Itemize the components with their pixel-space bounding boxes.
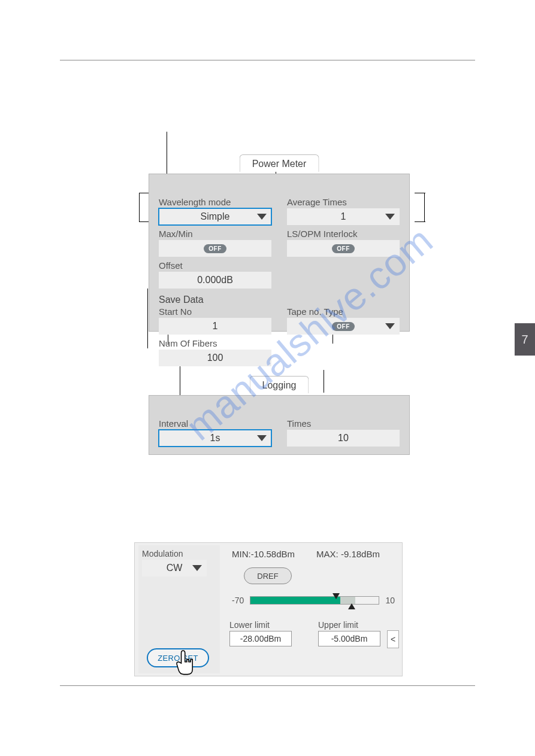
lower-limit-group: Lower limit -28.00dBm bbox=[229, 620, 292, 646]
num-fibers-value: 100 bbox=[207, 353, 223, 363]
gauge-bar bbox=[250, 596, 379, 605]
min-reading: MIN:-10.58dBm bbox=[232, 549, 295, 559]
logging-panel: Logging Interval 1s Times 10 bbox=[149, 395, 410, 455]
offset-value: 0.000dB bbox=[197, 275, 233, 286]
maxmin-label: Max/Min bbox=[159, 229, 271, 239]
max-reading: MAX: -9.18dBm bbox=[316, 549, 380, 559]
upper-limit-label: Upper limit bbox=[318, 620, 380, 630]
interlock-toggle[interactable]: OFF bbox=[287, 240, 400, 257]
instrument-panel: Modulation CW ZERO SET MIN:-10.58dBm MAX… bbox=[134, 542, 403, 676]
modulation-value: CW bbox=[167, 563, 183, 573]
lower-limit-field[interactable]: -28.00dBm bbox=[229, 631, 292, 646]
wavelength-mode-select[interactable]: Simple bbox=[159, 208, 271, 225]
page-rule-top bbox=[60, 60, 475, 60]
tape-type-label: Tape no. Type bbox=[287, 306, 400, 317]
gauge-min-label: -70 bbox=[232, 596, 244, 605]
instrument-main: MIN:-10.58dBm MAX: -9.18dBm DREF -70 10 … bbox=[226, 545, 398, 673]
instrument-sidebar: Modulation CW ZERO SET bbox=[138, 545, 220, 673]
power-gauge: -70 10 bbox=[232, 595, 395, 606]
save-data-title: Save Data bbox=[159, 294, 400, 305]
lower-limit-label: Lower limit bbox=[229, 620, 292, 630]
num-fibers-label: Num Of Fibers bbox=[159, 338, 271, 348]
lower-limit-value: -28.00dBm bbox=[240, 634, 281, 643]
page-rule-bottom bbox=[60, 685, 475, 686]
maxmin-toggle[interactable]: OFF bbox=[159, 240, 271, 257]
interval-label: Interval bbox=[159, 418, 271, 429]
upper-limit-value: -5.00dBm bbox=[331, 634, 368, 643]
chevron-down-icon bbox=[385, 323, 395, 329]
upper-limit-group: Upper limit -5.00dBm bbox=[318, 620, 380, 646]
average-times-label: Average Times bbox=[287, 197, 400, 207]
gauge-max-label: 10 bbox=[385, 596, 395, 605]
upper-limit-field[interactable]: -5.00dBm bbox=[318, 631, 380, 646]
tape-type-select[interactable]: OFF bbox=[287, 318, 400, 335]
callout-line bbox=[415, 221, 425, 222]
times-field[interactable]: 10 bbox=[287, 430, 400, 447]
dref-button[interactable]: DREF bbox=[244, 567, 292, 584]
gauge-marker-icon bbox=[333, 593, 340, 599]
start-no-label: Start No bbox=[159, 306, 271, 317]
off-badge: OFF bbox=[332, 322, 355, 331]
start-no-field[interactable]: 1 bbox=[159, 318, 271, 335]
start-no-value: 1 bbox=[213, 321, 218, 332]
tab-logging[interactable]: Logging bbox=[250, 376, 309, 393]
callout-line bbox=[139, 193, 140, 221]
interval-value: 1s bbox=[210, 433, 220, 444]
callout-line bbox=[424, 193, 425, 221]
times-value: 10 bbox=[338, 433, 349, 444]
chevron-down-icon bbox=[257, 435, 267, 441]
callout-line bbox=[324, 370, 324, 393]
power-meter-panel: Power Meter Wavelength mode Simple Avera… bbox=[149, 174, 410, 332]
interval-select[interactable]: 1s bbox=[159, 430, 271, 447]
offset-label: Offset bbox=[159, 260, 271, 271]
modulation-select[interactable]: CW bbox=[142, 560, 207, 576]
chevron-down-icon bbox=[192, 565, 202, 571]
pointer-hand-icon bbox=[176, 649, 202, 681]
off-badge: OFF bbox=[204, 244, 226, 253]
wavelength-mode-value: Simple bbox=[201, 211, 230, 222]
wavelength-mode-label: Wavelength mode bbox=[159, 197, 271, 207]
chevron-down-icon bbox=[257, 214, 267, 220]
chevron-down-icon bbox=[385, 214, 395, 220]
callout-line bbox=[147, 289, 148, 348]
offset-field[interactable]: 0.000dB bbox=[159, 272, 271, 289]
page-side-tab: 7 bbox=[515, 323, 535, 356]
gauge-marker-icon bbox=[348, 603, 355, 609]
tab-power-meter[interactable]: Power Meter bbox=[240, 154, 319, 172]
collapse-button[interactable]: < bbox=[387, 630, 399, 648]
average-times-value: 1 bbox=[341, 211, 346, 222]
off-badge: OFF bbox=[332, 244, 355, 253]
interlock-label: LS/OPM Interlock bbox=[287, 229, 400, 239]
times-label: Times bbox=[287, 418, 400, 429]
num-fibers-field[interactable]: 100 bbox=[159, 350, 271, 366]
average-times-select[interactable]: 1 bbox=[287, 208, 400, 225]
modulation-label: Modulation bbox=[142, 549, 216, 558]
